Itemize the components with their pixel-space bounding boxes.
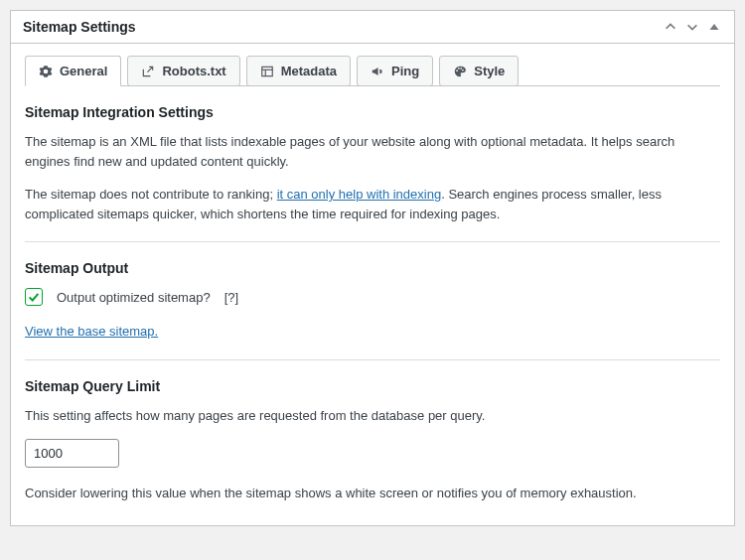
tab-robots[interactable]: Robots.txt bbox=[127, 56, 239, 86]
tab-general[interactable]: General bbox=[25, 56, 121, 86]
tab-metadata[interactable]: Metadata bbox=[246, 56, 351, 86]
query-limit-p1: This setting affects how many pages are … bbox=[25, 406, 720, 426]
palette-icon bbox=[453, 65, 467, 78]
query-limit-input[interactable] bbox=[25, 439, 119, 468]
panel-actions bbox=[663, 19, 722, 35]
indexing-link[interactable]: it can only help with indexing bbox=[277, 187, 442, 202]
megaphone-icon bbox=[371, 65, 384, 78]
tab-label: Style bbox=[474, 64, 505, 78]
tab-underline bbox=[25, 85, 720, 86]
svg-rect-0 bbox=[261, 67, 272, 75]
divider bbox=[25, 241, 720, 242]
view-sitemap-link[interactable]: View the base sitemap. bbox=[25, 324, 158, 339]
tab-label: Metadata bbox=[281, 64, 337, 78]
output-heading: Sitemap Output bbox=[25, 260, 720, 276]
view-sitemap-row: View the base sitemap. bbox=[25, 322, 720, 342]
panel-body: Sitemap Integration Settings The sitemap… bbox=[11, 86, 734, 525]
panel-title: Sitemap Settings bbox=[23, 19, 136, 35]
share-icon bbox=[141, 65, 155, 78]
p2-before: The sitemap does not contribute to ranki… bbox=[25, 187, 277, 202]
output-checkbox[interactable] bbox=[25, 288, 43, 306]
sitemap-settings-panel: Sitemap Settings General Robots.txt bbox=[10, 10, 735, 526]
collapse-toggle-icon[interactable] bbox=[706, 19, 722, 35]
tab-style[interactable]: Style bbox=[439, 56, 519, 86]
output-checkbox-label: Output optimized sitemap? bbox=[57, 290, 211, 305]
integration-p2: The sitemap does not contribute to ranki… bbox=[25, 185, 720, 223]
panel-header: Sitemap Settings bbox=[11, 11, 734, 44]
tab-ping[interactable]: Ping bbox=[357, 56, 433, 86]
chevron-up-icon[interactable] bbox=[663, 19, 678, 35]
integration-heading: Sitemap Integration Settings bbox=[25, 104, 720, 120]
help-icon[interactable]: [?] bbox=[224, 290, 238, 305]
tabs-nav: General Robots.txt Metadata Ping Style bbox=[11, 44, 734, 86]
query-limit-heading: Sitemap Query Limit bbox=[25, 378, 720, 394]
tab-label: Ping bbox=[391, 64, 419, 78]
tab-label: Robots.txt bbox=[162, 64, 225, 78]
layout-icon bbox=[260, 65, 274, 78]
integration-p1: The sitemap is an XML file that lists in… bbox=[25, 132, 720, 171]
gear-icon bbox=[39, 65, 53, 78]
tab-label: General bbox=[60, 64, 107, 78]
output-checkbox-row: Output optimized sitemap? [?] bbox=[25, 288, 720, 306]
divider bbox=[25, 359, 720, 360]
query-limit-p2: Consider lowering this value when the si… bbox=[25, 484, 720, 503]
chevron-down-icon[interactable] bbox=[684, 19, 700, 35]
